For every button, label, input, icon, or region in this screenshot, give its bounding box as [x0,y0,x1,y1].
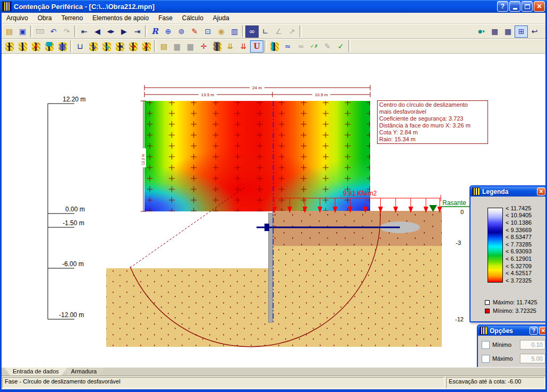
exit-button[interactable]: ↩ [528,25,541,38]
curves-button[interactable]: ≈ [294,40,307,53]
wall-mesh-button[interactable]: ▒ [210,40,224,53]
add-load-button[interactable]: → [126,40,140,53]
menu-item[interactable]: Obra [33,13,57,23]
slope-button[interactable]: ∠ [272,25,285,38]
separator [264,40,267,52]
legend-maximum: Máximo: 11.7425 [493,299,537,305]
add-anchor-button[interactable]: ↘ [87,40,100,53]
view-tab[interactable]: Armadura [63,368,105,376]
zoom-extents-button[interactable]: ⊕ [161,25,175,38]
restore-button[interactable] [522,1,533,12]
options-title-bar[interactable]: Opções ? ✕ [478,326,545,336]
legend-title-bar[interactable]: Legenda ✕ [471,186,545,197]
pan-button[interactable]: ◉ [215,25,228,38]
last-phase-button[interactable]: ⇥ [131,25,144,38]
legend-minimum: Mínimo: 3.72325 [493,308,536,314]
coordinates-button[interactable]: ∟ [259,25,272,38]
add-strut-button[interactable]: ⇥ [113,40,126,53]
options-help-button[interactable]: ? [529,327,538,335]
ortho-snap-button[interactable]: ↗ [285,25,298,38]
separator [145,25,147,37]
excavation-button[interactable]: ⊔ [73,40,87,53]
redraw-button[interactable]: R [148,25,161,38]
window-title: Contenção Periférica - [C:\...\Obra212.m… [14,3,496,11]
legend-threshold: < 8.53477 [506,233,532,241]
minimum-value-input[interactable] [520,340,545,350]
report-button[interactable]: ✎ [321,40,334,53]
next-phase-button[interactable]: ▶ [117,25,131,38]
menu-item[interactable]: Fase [153,13,177,23]
options-close-button[interactable]: ✕ [539,327,545,335]
edit-prestress-button[interactable]: ⇊ [224,40,237,53]
wall-colors-button[interactable]: ▦ [56,40,69,53]
redo-button[interactable]: ↷ [60,25,73,38]
envelopes-button[interactable]: ≈ [281,40,294,53]
previous-phase-button[interactable]: ◀ [91,25,104,38]
add-wall-button[interactable]: + [3,40,16,53]
config-globe-button[interactable]: ●▾ [475,25,488,38]
rasante-label: Rasante [442,199,466,207]
edit-data-button[interactable]: ▤ [157,40,170,53]
delete-wall-button[interactable]: ✗ [29,40,42,53]
maximum-checkbox[interactable] [482,355,490,363]
elevation-ruler: 12.20 m 0.00 m -1.50 m -6.00 m -12.00 m [48,96,86,319]
elevation-label: -12 [455,316,464,322]
dim-left-label: 13.5 m [201,92,215,97]
open-file-button[interactable]: ▤ [3,25,16,38]
elevation-label: 0.00 m [65,206,85,213]
export-text-button[interactable]: TXT [33,25,47,38]
minimum-checkbox[interactable] [482,341,490,349]
menu-item[interactable]: Ajuda [208,13,234,23]
app-icon [2,2,12,11]
panels-toggle-button[interactable]: ⊞ [515,25,528,38]
grid-plus-marks [144,101,370,211]
undo-button[interactable]: ↶ [47,25,60,38]
legend-close-button[interactable]: ✕ [537,188,545,195]
close-button[interactable]: ✕ [534,1,545,12]
search-binoculars-button[interactable]: ∞ [245,25,259,38]
minimize-button[interactable] [509,1,520,12]
anchor-head [264,224,269,231]
edit-anchor-button[interactable]: ↘ [100,40,113,53]
legend-body: < 11.7425< 10.9405< 10.1386< 9.33669< 8.… [471,197,545,320]
annotation-line: Cota Y: 2.84 m [379,129,486,136]
wall-results-button[interactable]: ▍ [268,40,281,53]
verify-button[interactable]: ✓✗ [307,40,321,53]
elevation-label: 0 [460,209,464,215]
view-tab[interactable]: Entrada de dados [4,368,67,376]
wall-strut-button[interactable]: \ [16,40,29,53]
separator [300,25,302,37]
print-button[interactable]: ▦ [488,25,501,38]
disabled-button-2[interactable]: ▆ [184,40,197,53]
status-excavation: Escavação até à cota: -6.00 [446,377,545,388]
menu-item[interactable]: Terreno [56,13,88,23]
disabled-button-1[interactable]: ▆ [170,40,184,53]
phase-range-button[interactable]: ◀▶ [104,25,117,38]
legend-threshold: < 9.33669 [506,226,532,234]
edit-annotations-button[interactable]: ✎ [188,25,201,38]
accept-button[interactable]: ✓ [334,40,347,53]
app-icon [472,188,480,195]
separator [348,40,351,52]
views-list-button[interactable]: ▥ [228,25,241,38]
menu-item[interactable]: Elementos de apoio [88,13,153,23]
slip-circle-button[interactable]: U [250,40,263,53]
elevation-label: -6.00 m [62,260,84,268]
save-button[interactable]: ▣ [16,25,29,38]
wall-crown-button[interactable]: ▀ [42,40,56,53]
zoom-window-button[interactable]: ⊡ [201,25,215,38]
menu-item[interactable]: Arquivo [2,13,33,23]
print-drawing-button[interactable]: ▦ [501,25,515,38]
dim-total-label: 24 m [252,86,262,90]
menu-item[interactable]: Cálculo [177,13,208,23]
help-button[interactable]: ? [497,1,508,12]
zoom-scale-button[interactable]: ⊚ [175,25,188,38]
maximum-value-input[interactable] [520,354,545,363]
legend-thresholds: < 11.7425< 10.9405< 10.1386< 9.33669< 8.… [506,204,532,284]
drawing-canvas[interactable]: 24 m 13.5 m 10.5 m 12.2 m [2,54,545,367]
legend-minimum-row: Mínimo: 3.72325 [485,307,537,314]
delete-load-button[interactable]: ✗ [140,40,153,53]
first-phase-button[interactable]: ⇤ [78,25,91,38]
delete-prestress-button[interactable]: ⇊ [237,40,250,53]
axes-forces-button[interactable]: ✛ [197,40,210,53]
